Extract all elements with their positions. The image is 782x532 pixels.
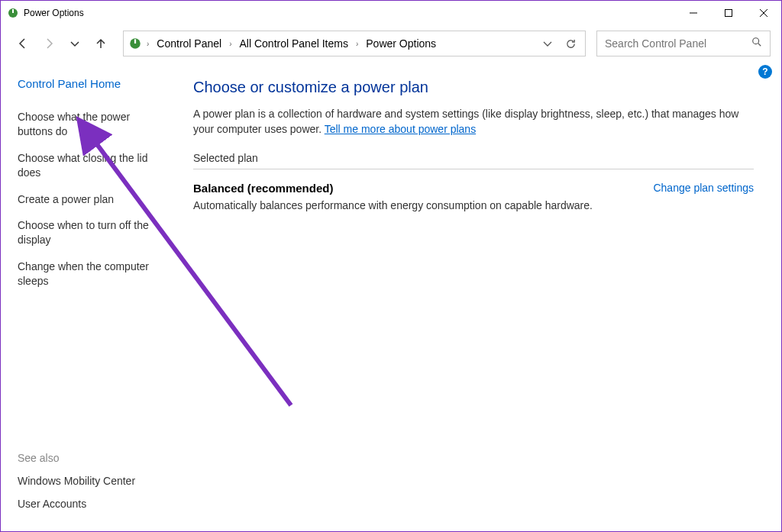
sidebar-item-create-plan[interactable]: Create a power plan (18, 192, 166, 207)
chevron-right-icon[interactable]: › (228, 40, 233, 48)
sidebar-item-power-buttons[interactable]: Choose what the power buttons do (18, 110, 166, 139)
search-input[interactable] (605, 37, 751, 50)
breadcrumb-all-items[interactable]: All Control Panel Items (237, 36, 351, 51)
sidebar: Control Panel Home Choose what the power… (1, 62, 176, 531)
help-button[interactable]: ? (758, 65, 772, 79)
power-options-icon (128, 37, 142, 50)
control-panel-home-link[interactable]: Control Panel Home (18, 77, 166, 90)
svg-rect-1 (12, 9, 14, 13)
address-bar[interactable]: › Control Panel › All Control Panel Item… (123, 31, 586, 56)
minimize-button[interactable] (676, 1, 711, 25)
address-history-button[interactable] (538, 34, 557, 53)
page-description: A power plan is a collection of hardware… (193, 107, 754, 137)
window-titlebar: Power Options (1, 1, 781, 25)
sidebar-item-computer-sleeps[interactable]: Change when the computer sleeps (2, 260, 166, 289)
svg-point-8 (753, 38, 759, 44)
plan-row: Balanced (recommended) Change plan setti… (193, 182, 754, 195)
plan-name: Balanced (recommended) (193, 182, 333, 195)
svg-line-9 (758, 44, 761, 47)
main-content: Choose or customize a power plan A power… (176, 62, 781, 531)
selected-plan-heading: Selected plan (193, 152, 754, 169)
see-also-user-accounts[interactable]: User Accounts (18, 498, 166, 510)
svg-rect-3 (725, 10, 732, 17)
back-button[interactable] (11, 32, 34, 55)
breadcrumb-power-options[interactable]: Power Options (363, 36, 439, 51)
power-options-icon (7, 7, 19, 19)
up-button[interactable] (89, 32, 112, 55)
page-heading: Choose or customize a power plan (193, 79, 754, 96)
chevron-right-icon[interactable]: › (145, 40, 150, 48)
navigation-toolbar: › Control Panel › All Control Panel Item… (1, 25, 781, 62)
recent-locations-button[interactable] (63, 32, 86, 55)
search-box[interactable] (596, 31, 771, 56)
window-title: Power Options (24, 8, 676, 18)
sidebar-item-turn-off-display[interactable]: Choose when to turn off the display (2, 218, 166, 247)
see-also-mobility-center[interactable]: Windows Mobility Center (18, 475, 166, 487)
svg-rect-7 (134, 39, 136, 44)
forward-button[interactable] (37, 32, 60, 55)
chevron-right-icon[interactable]: › (354, 40, 360, 48)
change-plan-settings-link[interactable]: Change plan settings (653, 182, 754, 194)
sidebar-item-closing-lid[interactable]: Choose what closing the lid does (18, 151, 166, 180)
refresh-button[interactable] (561, 34, 580, 53)
window-controls (676, 1, 781, 25)
see-also-heading: See also (18, 452, 166, 464)
plan-description: Automatically balances performance with … (193, 199, 754, 211)
breadcrumb-control-panel[interactable]: Control Panel (153, 36, 225, 51)
maximize-button[interactable] (711, 1, 746, 25)
learn-more-link[interactable]: Tell me more about power plans (325, 123, 476, 135)
sidebar-item-label: Change when the computer sleeps (18, 260, 149, 287)
search-icon[interactable] (751, 37, 762, 50)
close-button[interactable] (746, 1, 781, 25)
sidebar-item-label: Choose when to turn off the display (18, 219, 149, 246)
